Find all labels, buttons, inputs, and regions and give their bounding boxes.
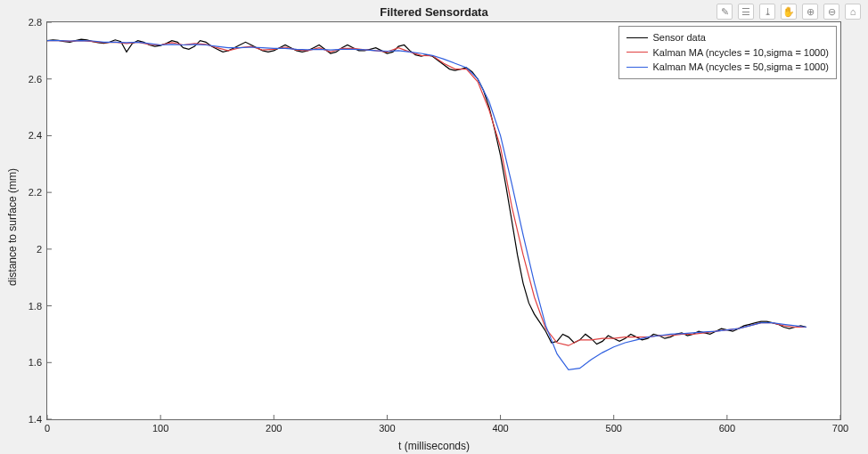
x-tick-label: 500 (606, 423, 622, 434)
x-tick-label: 700 (832, 423, 848, 434)
y-tick-label: 2.2 (29, 187, 42, 198)
y-tick-label: 2.4 (29, 130, 42, 141)
x-tick-label: 0 (45, 423, 50, 434)
legend-label: Sensor data (653, 30, 706, 45)
legend-label: Kalman MA (ncycles = 50,sigma = 1000) (653, 60, 829, 75)
line-plot (47, 22, 840, 419)
legend-swatch (626, 52, 648, 53)
y-tick-label: 1.4 (29, 414, 42, 425)
legend-entry: Kalman MA (ncycles = 50,sigma = 1000) (626, 60, 829, 75)
series-line (47, 39, 807, 345)
x-axis-label: t (milliseconds) (0, 440, 868, 452)
figure-window: ✎ ☰ ⤓ ✋ ⊕ ⊖ ⌂ Filtered Sensordata distan… (0, 0, 868, 454)
series-line (47, 41, 807, 346)
legend-swatch (626, 67, 648, 68)
x-tick-label: 100 (152, 423, 168, 434)
x-tick-label: 300 (379, 423, 395, 434)
plot-axes: Sensor data Kalman MA (ncycles = 10,sigm… (46, 21, 841, 420)
y-tick-label: 1.6 (29, 357, 42, 368)
chart-title: Filtered Sensordata (0, 5, 868, 19)
y-axis-label: distance to surface (mm) (5, 0, 20, 454)
legend[interactable]: Sensor data Kalman MA (ncycles = 10,sigm… (618, 26, 837, 79)
legend-entry: Kalman MA (ncycles = 10,sigma = 1000) (626, 45, 829, 61)
x-tick-label: 200 (266, 423, 282, 434)
series-line (47, 41, 807, 370)
legend-label: Kalman MA (ncycles = 10,sigma = 1000) (653, 45, 829, 61)
y-tick-label: 2.6 (29, 74, 42, 85)
y-tick-label: 2.8 (29, 17, 42, 28)
y-tick-label: 1.8 (29, 301, 42, 312)
x-tick-label: 600 (719, 423, 735, 434)
legend-entry: Sensor data (626, 30, 829, 45)
y-tick-label: 2 (37, 244, 42, 255)
x-tick-label: 400 (492, 423, 508, 434)
legend-swatch (626, 37, 648, 38)
